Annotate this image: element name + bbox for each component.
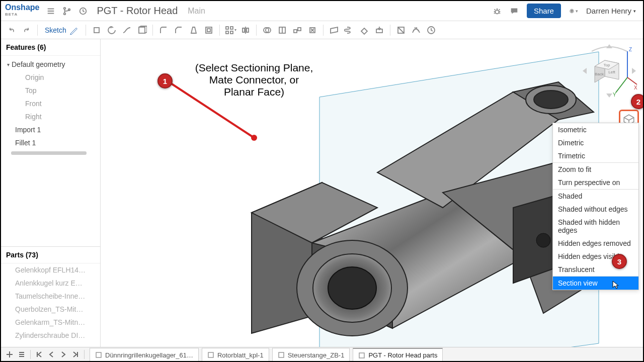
split-icon[interactable] (276, 24, 289, 37)
menu-icon[interactable] (46, 7, 55, 16)
chamfer-icon[interactable] (172, 24, 185, 37)
svg-rect-7 (94, 28, 99, 33)
boolean-icon[interactable] (261, 24, 274, 37)
feature-fillet[interactable]: Fillet 1 (1, 136, 100, 149)
tab-item[interactable]: Rotorblatt_kpl-1 (202, 348, 269, 361)
menu-zoom-fit[interactable]: Zoom to fit (553, 163, 638, 176)
menu-shaded-hidden[interactable]: Shaded with hidden edges (553, 216, 638, 237)
logo[interactable]: Onshape BETA (5, 5, 39, 18)
svg-text:?: ? (571, 10, 573, 13)
annotation-badge-1: 1 (157, 73, 173, 88)
fillet-icon[interactable] (157, 24, 170, 37)
menu-isometric[interactable]: Isometric (553, 123, 638, 136)
curv-analysis-icon[interactable] (410, 24, 423, 37)
annotation-line1: (Select Sectioning Plane, (179, 62, 330, 74)
part-item[interactable]: Taumelscheibe-Inne… (1, 290, 100, 303)
annotation-badge-3: 3 (612, 254, 627, 269)
revolve-icon[interactable] (105, 24, 118, 37)
cursor-icon (610, 281, 619, 292)
undo-icon[interactable] (5, 24, 18, 37)
sketch-button[interactable]: Sketch (42, 26, 82, 35)
feature-front[interactable]: Front (1, 97, 100, 110)
annotation-text: (Select Sectioning Plane, Mate Connector… (179, 62, 330, 98)
sweep-icon[interactable] (120, 24, 133, 37)
feature-top[interactable]: Top (1, 84, 100, 97)
part-item[interactable]: Gelenkkopf EFLH14… (1, 263, 100, 277)
comments-icon[interactable] (510, 7, 519, 16)
menu-hidden-removed[interactable]: Hidden edges removed (553, 237, 638, 250)
3d-canvas[interactable]: (Select Sectioning Plane, Mate Connector… (101, 39, 643, 349)
loft-icon[interactable] (135, 24, 148, 37)
feature-origin[interactable]: Origin (1, 71, 100, 84)
redo-icon[interactable] (20, 24, 33, 37)
prev-tab-icon[interactable] (46, 349, 57, 360)
svg-point-0 (64, 7, 66, 9)
svg-rect-48 (96, 352, 101, 357)
extrude-icon[interactable] (90, 24, 103, 37)
feature-rollback-bar[interactable] (11, 151, 87, 155)
view-cube[interactable]: Z Y X Top Back Left (580, 41, 639, 101)
svg-point-32 (534, 90, 568, 109)
menu-perspective[interactable]: Turn perspective on (553, 176, 638, 189)
document-branch[interactable]: Main (188, 7, 205, 16)
svg-rect-9 (206, 27, 212, 33)
features-header[interactable]: Features (6) (1, 39, 100, 56)
cube-back-face: Back (595, 72, 604, 76)
part-item[interactable]: Gelenkarm_TS-Mitn… (1, 316, 100, 329)
shell-icon[interactable] (202, 24, 215, 37)
part-item[interactable]: Zylinderschraube DI… (1, 329, 100, 342)
svg-rect-19 (298, 28, 301, 31)
document-title[interactable]: PGT - Rotor Head (97, 5, 178, 17)
bug-icon[interactable] (493, 7, 502, 16)
tab-label: Steuerstange_ZB-1 (288, 351, 345, 359)
derive-icon[interactable] (373, 24, 386, 37)
add-tab-icon[interactable] (4, 349, 15, 360)
history-icon[interactable] (78, 7, 88, 16)
feature-list: ▾Default geometry Origin Top Front Right… (1, 56, 100, 161)
default-geom-label: Default geometry (12, 60, 65, 68)
draft-icon[interactable] (187, 24, 200, 37)
delete-icon[interactable] (306, 24, 319, 37)
app-frame: Onshape BETA PGT - Rotor Head Main Share… (0, 0, 644, 362)
svg-rect-10 (207, 29, 210, 32)
feature-sidebar: Features (6) ▾Default geometry Origin To… (1, 39, 101, 349)
first-tab-icon[interactable] (34, 349, 45, 360)
last-tab-icon[interactable] (70, 349, 81, 360)
svg-rect-11 (226, 27, 228, 29)
sketch-label: Sketch (45, 26, 66, 34)
menu-section-view[interactable]: Section view (553, 277, 638, 290)
tab-item-active[interactable]: PGT - Rotor Head parts (353, 348, 443, 361)
feature-import[interactable]: Import 1 (1, 123, 100, 136)
tab-list-icon[interactable] (16, 349, 27, 360)
feature-right[interactable]: Right (1, 110, 100, 123)
mirror-icon[interactable] (239, 24, 252, 37)
user-menu[interactable]: Darren Henry▾ (586, 7, 636, 15)
cube-top-face: Top (604, 63, 610, 67)
menu-dimetric[interactable]: Dimetric (553, 136, 638, 149)
part-item[interactable]: Querbolzen_TS-Mitn… (1, 303, 100, 316)
menu-shaded[interactable]: Shaded (553, 190, 638, 203)
tab-label: Dünnringrillenkugellager_61… (105, 351, 193, 359)
pattern-icon[interactable]: ▾ (224, 24, 237, 37)
annotation-badge-2: 2 (631, 94, 643, 109)
tab-item[interactable]: Dünnringrillenkugellager_61… (90, 348, 199, 361)
help-icon[interactable]: ?▾ (569, 7, 578, 16)
helix-icon[interactable] (343, 24, 356, 37)
logo-text: Onshape (5, 5, 39, 11)
default-geometry-node[interactable]: ▾Default geometry (1, 58, 100, 71)
branch-icon[interactable] (62, 7, 71, 16)
svg-point-4 (495, 10, 499, 14)
share-button[interactable]: Share (527, 4, 561, 18)
menu-shaded-no-edges[interactable]: Shaded without edges (553, 203, 638, 216)
section-analysis-icon[interactable] (394, 24, 408, 37)
plane-icon[interactable] (328, 24, 341, 37)
next-tab-icon[interactable] (58, 349, 69, 360)
menu-trimetric[interactable]: Trimetric (553, 149, 638, 162)
part-item[interactable]: Anlenkkugel kurz EF… (1, 277, 100, 290)
parts-header[interactable]: Parts (73) (1, 246, 100, 263)
tab-item[interactable]: Steuerstange_ZB-1 (272, 348, 350, 361)
mass-props-icon[interactable] (425, 24, 438, 37)
mateconn-icon[interactable] (358, 24, 371, 37)
svg-rect-50 (279, 352, 284, 357)
transform-icon[interactable] (291, 24, 304, 37)
